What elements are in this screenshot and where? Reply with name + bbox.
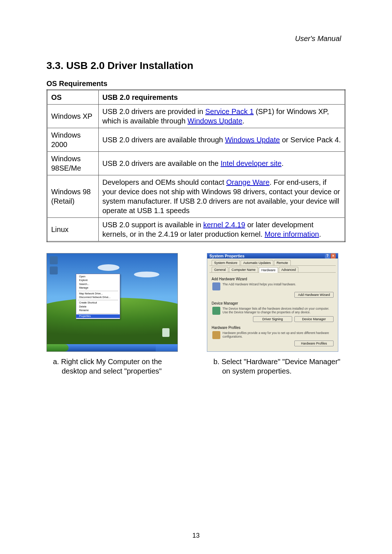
figure-b-caption: b. Select "Hardware" "Device Manager" on…	[207, 357, 346, 376]
device-manager-icon	[212, 307, 220, 315]
my-computer-icon[interactable]	[50, 256, 58, 264]
page-number: 13	[0, 532, 392, 539]
menu-item[interactable]: Disconnect Network Drive...	[76, 296, 120, 299]
dialog-title-text: System Properties	[209, 254, 245, 258]
link-sp1[interactable]: Service Pack 1	[205, 107, 253, 115]
device-manager-button[interactable]: Device Manager	[294, 316, 334, 322]
figure-b-col: System Properties ? × System Restore Aut…	[207, 253, 346, 376]
tab-system-restore[interactable]: System Restore	[212, 260, 240, 265]
req-cell: Developers and OEMs should contact Orang…	[99, 175, 345, 218]
desktop-icons	[50, 256, 58, 274]
menu-item[interactable]: Manage	[76, 286, 120, 290]
link-windows-update[interactable]: Windows Update	[188, 117, 242, 125]
tab-auto-updates[interactable]: Automatic Updates	[241, 260, 273, 265]
table-row: Windows 98 (Retail) Developers and OEMs …	[47, 175, 345, 218]
cloud-icon	[98, 264, 119, 271]
menu-item[interactable]: Map Network Drive...	[76, 292, 120, 296]
hardware-wizard-icon	[212, 282, 220, 290]
hardware-profiles-icon	[212, 331, 220, 339]
table-row: Windows 98SE/Me USB 2.0 drivers are avai…	[47, 152, 345, 175]
menu-item[interactable]: Explore	[76, 278, 120, 282]
menu-item[interactable]: Create Shortcut	[76, 301, 120, 305]
table-row: Linux USB 2.0 support is available in ke…	[47, 218, 345, 242]
table-row: Windows XP USB 2.0 drivers are provided …	[47, 105, 345, 128]
system-tray[interactable]	[156, 344, 177, 351]
group-text: The Add Hardware Wizard helps you instal…	[222, 282, 296, 290]
os-requirements-table: OS USB 2.0 requirements Windows XP USB 2…	[46, 89, 346, 242]
link-intel-dev[interactable]: Intel developer site	[221, 159, 282, 167]
help-icon[interactable]: ?	[325, 253, 330, 258]
hardware-profiles-button[interactable]: Hardware Profiles	[294, 341, 334, 346]
figure-row: Open Explore Search... Manage Map Networ…	[46, 253, 346, 376]
th-os: OS	[47, 90, 99, 105]
menu-item-properties[interactable]: Properties	[76, 314, 120, 318]
context-menu: Open Explore Search... Manage Map Networ…	[76, 274, 120, 319]
req-cell: USB 2.0 drivers are available through Wi…	[99, 128, 345, 152]
menu-separator	[78, 313, 118, 314]
menu-item[interactable]: Delete	[76, 305, 120, 309]
driver-signing-button[interactable]: Driver Signing	[253, 316, 292, 322]
figure-a-caption: a. Right click My Computer on the deskto…	[46, 357, 185, 376]
tab-hardware[interactable]: Hardware	[259, 267, 278, 273]
os-cell: Windows 98 (Retail)	[47, 175, 99, 218]
figure-a-col: Open Explore Search... Manage Map Networ…	[46, 253, 185, 376]
close-icon[interactable]: ×	[331, 253, 336, 258]
menu-item[interactable]: Search...	[76, 282, 120, 286]
dialog-titlebar: System Properties ? ×	[207, 253, 338, 258]
section-title: 3.3. USB 2.0 Driver Installation	[46, 60, 346, 72]
recycle-bin-icon[interactable]	[162, 328, 170, 337]
tab-general[interactable]: General	[212, 267, 228, 272]
os-cell: Windows 2000	[47, 128, 99, 152]
group-title: Hardware Profiles	[212, 326, 334, 330]
page: User's Manual 3.3. USB 2.0 Driver Instal…	[0, 0, 392, 554]
cloud-icon	[134, 272, 159, 277]
os-cell: Windows XP	[47, 105, 99, 128]
group-title: Device Manager	[212, 301, 334, 305]
xp-desktop-screenshot: Open Explore Search... Manage Map Networ…	[46, 253, 178, 352]
req-cell: USB 2.0 drivers are provided in Service …	[99, 105, 345, 128]
os-requirements-heading: OS Requirements	[46, 80, 346, 88]
add-hardware-wizard-button[interactable]: Add Hardware Wizard	[294, 292, 334, 298]
req-cell: USB 2.0 drivers are available on the Int…	[99, 152, 345, 175]
link-kernel[interactable]: kernel 2.4.19	[203, 221, 245, 229]
link-windows-update[interactable]: Windows Update	[225, 136, 280, 144]
tab-computer-name[interactable]: Computer Name	[229, 267, 258, 272]
desktop-icon[interactable]	[50, 266, 58, 274]
table-row: Windows 2000 USB 2.0 drivers are availab…	[47, 128, 345, 152]
system-properties-dialog: System Properties ? × System Restore Aut…	[207, 253, 338, 352]
menu-item[interactable]: Open	[76, 275, 120, 278]
group-text: The Device Manager lists all the hardwar…	[222, 307, 334, 315]
menu-item[interactable]: Rename	[76, 309, 120, 312]
hardware-profiles-group: Hardware Profiles Hardware profiles prov…	[212, 326, 334, 346]
dialog-body: Add Hardware Wizard The Add Hardware Wiz…	[212, 275, 334, 350]
os-cell: Windows 98SE/Me	[47, 152, 99, 175]
menu-separator	[78, 291, 118, 291]
th-req: USB 2.0 requirements	[99, 90, 345, 105]
taskbar	[47, 344, 177, 351]
tab-remote[interactable]: Remote	[274, 260, 291, 265]
add-hardware-group: Add Hardware Wizard The Add Hardware Wiz…	[212, 277, 334, 298]
start-button[interactable]	[47, 344, 69, 351]
group-title: Add Hardware Wizard	[212, 277, 334, 281]
tab-advanced[interactable]: Advanced	[279, 267, 298, 272]
link-orange-ware[interactable]: Orange Ware	[226, 178, 269, 186]
menu-separator	[78, 300, 118, 300]
link-more-info[interactable]: More information	[265, 230, 319, 238]
group-text: Hardware profiles provide a way for you …	[222, 331, 334, 339]
req-cell: USB 2.0 support is available in kernel 2…	[99, 218, 345, 242]
dialog-tabs-row2: General Computer Name Hardware Advanced	[209, 265, 336, 273]
device-manager-group: Device Manager The Device Manager lists …	[212, 301, 334, 322]
running-header: User's Manual	[295, 34, 341, 43]
dialog-tabs-row1: System Restore Automatic Updates Remote	[209, 258, 336, 266]
os-cell: Linux	[47, 218, 99, 242]
